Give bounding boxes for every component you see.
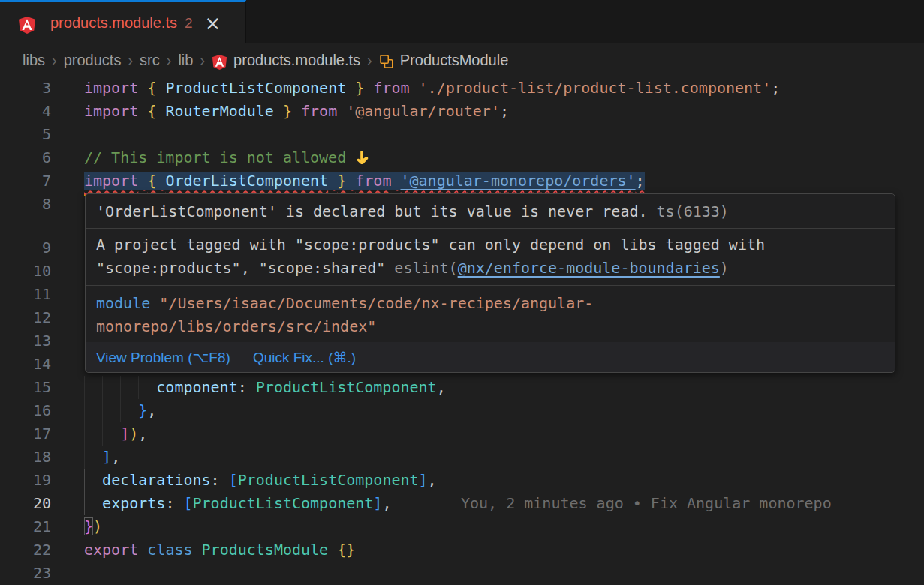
code-token: '@angular/router' xyxy=(346,102,500,120)
code-token: : xyxy=(238,378,247,396)
code-line[interactable]: 5 xyxy=(0,123,924,146)
code-token xyxy=(346,172,355,190)
code-token: import xyxy=(84,102,138,120)
code-token: ] xyxy=(419,471,428,489)
squiggle-wrap: { xyxy=(147,172,156,190)
line-number: 22 xyxy=(0,538,51,562)
code-token: OrderListComponent xyxy=(165,172,328,190)
code-token xyxy=(138,172,147,190)
line-number: 15 xyxy=(0,376,51,399)
code-line[interactable]: 6// This import is not allowed xyxy=(0,146,924,170)
code-token: A project tagged with "scope:products" c… xyxy=(96,236,765,254)
code-token: : xyxy=(165,494,174,512)
squiggle-wrap: from xyxy=(355,172,391,190)
code-token xyxy=(292,102,301,120)
code-token: { xyxy=(147,79,156,97)
code-token xyxy=(150,294,159,312)
code-line[interactable]: 20 exports: [ProductListComponent],You, … xyxy=(0,492,924,515)
code-line[interactable]: 18 ], xyxy=(0,446,924,469)
code-token xyxy=(84,401,138,419)
code-token: { xyxy=(147,172,156,190)
line-number: 10 xyxy=(0,260,51,283)
squiggle-wrap xyxy=(156,172,165,190)
code-token: ProductListComponent xyxy=(165,79,346,97)
code-line[interactable]: 4import { RouterModule } from '@angular/… xyxy=(0,100,924,123)
code-token: ; xyxy=(636,172,645,190)
code-token xyxy=(156,79,165,97)
code-token: "/Users/isaac/Documents/code/nx-recipes/… xyxy=(159,294,593,312)
code-token: ) xyxy=(93,518,102,536)
squiggle-wrap xyxy=(391,172,400,190)
squiggle-wrap xyxy=(346,172,355,190)
code-token: ] xyxy=(373,494,382,512)
vscode-window: products.module.ts 2 × libs › products ›… xyxy=(0,0,924,585)
code-token: { xyxy=(147,102,156,120)
hover-message-line: "scope:products", "scope:shared" eslint(… xyxy=(96,256,877,280)
code-line[interactable]: 15 component: ProductListComponent, xyxy=(0,376,924,399)
code-token: ts(6133) xyxy=(657,202,729,220)
code-token: : xyxy=(211,471,220,489)
squiggle-wrap: '@angular-monorepo/orders' xyxy=(401,172,636,190)
code-line[interactable]: 19 declarations: [ProductListComponent], xyxy=(0,469,924,492)
code-token: // This import is not allowed xyxy=(84,148,355,166)
code-token: export xyxy=(84,541,138,559)
code-token: class xyxy=(147,541,192,559)
code-token xyxy=(84,448,102,466)
hover-divider xyxy=(86,285,895,286)
line-number: 12 xyxy=(0,306,51,329)
code-token: , xyxy=(437,378,446,396)
code-token: , xyxy=(138,424,147,442)
hover-message-line: 'OrderListComponent' is declared but its… xyxy=(96,200,877,224)
line-number: 8 xyxy=(0,193,51,216)
code-token: ProductListComponent xyxy=(256,378,437,396)
code-token: RouterModule xyxy=(165,102,274,120)
line-number: 18 xyxy=(0,446,51,469)
view-problem-action[interactable]: View Problem (⌥F8) xyxy=(96,349,230,366)
code-token xyxy=(648,202,657,220)
quick-fix-action[interactable]: Quick Fix... (⌘.) xyxy=(253,349,356,366)
code-token xyxy=(274,102,283,120)
code-token xyxy=(156,172,165,190)
squiggle-wrap xyxy=(138,172,147,190)
code-token: ) xyxy=(129,424,138,442)
code-token xyxy=(410,79,419,97)
module-link[interactable]: '@angular-monorepo/orders' xyxy=(401,172,636,190)
code-line[interactable]: 22export class ProductsModule {} xyxy=(0,538,924,562)
code-token xyxy=(138,79,147,97)
code-token xyxy=(220,471,229,489)
code-line[interactable]: 3import { ProductListComponent } from '.… xyxy=(0,76,924,100)
code-line[interactable]: 7import { OrderListComponent } from '@an… xyxy=(0,170,924,193)
code-line[interactable]: 17 ]), xyxy=(0,422,924,446)
squiggle-wrap xyxy=(328,172,337,190)
code-token: './product-list/product-list.component' xyxy=(419,79,772,97)
eslint-rule-link[interactable]: @nx/enforce-module-boundaries xyxy=(458,259,720,277)
squiggle-wrap: } xyxy=(337,172,346,190)
code-token: } xyxy=(283,102,292,120)
code-token: ProductsModule xyxy=(202,541,329,559)
hover-message-line: monorepo/libs/orders/src/index" xyxy=(96,315,877,338)
code-token: , xyxy=(382,494,391,512)
code-token: exports xyxy=(102,494,165,512)
code-token xyxy=(156,102,165,120)
code-line[interactable]: 16 }, xyxy=(0,399,924,422)
code-line[interactable]: 23 xyxy=(0,562,924,585)
line-number: 5 xyxy=(0,123,51,146)
code-token xyxy=(247,378,256,396)
line-number: 14 xyxy=(0,352,51,376)
code-token: [ xyxy=(229,471,238,489)
code-token: } xyxy=(138,401,147,419)
line-number: 16 xyxy=(0,399,51,422)
code-token: ProductListComponent xyxy=(238,471,419,489)
line-number: 11 xyxy=(0,283,51,306)
code-token: {} xyxy=(337,541,355,559)
code-token: import xyxy=(84,172,138,190)
hover-divider xyxy=(86,228,895,229)
line-number: 9 xyxy=(0,236,51,260)
code-token: } xyxy=(84,518,93,536)
code-token xyxy=(391,172,400,190)
code-token: monorepo/libs/orders/src/index" xyxy=(96,317,376,335)
code-line[interactable]: 21}) xyxy=(0,515,924,538)
code-token xyxy=(84,378,156,396)
squiggle-wrap: import xyxy=(84,172,138,190)
code-token xyxy=(138,102,147,120)
